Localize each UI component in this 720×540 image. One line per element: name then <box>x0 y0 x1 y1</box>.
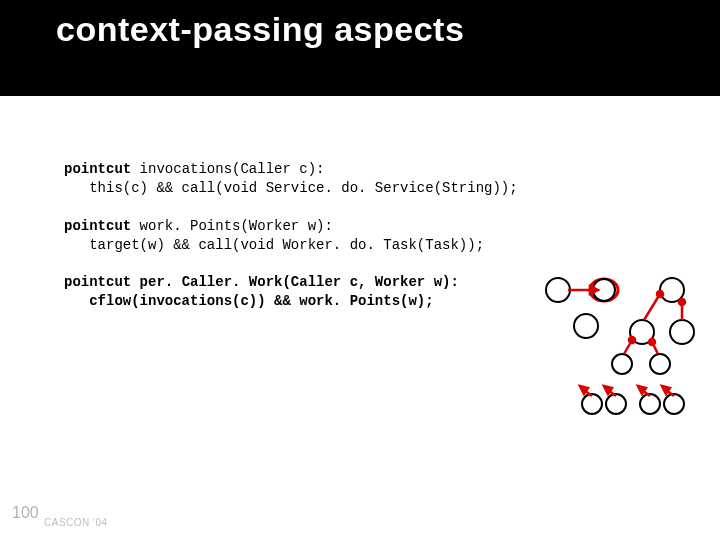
slide-title: context-passing aspects <box>56 10 464 49</box>
code-line: cflow(invocations(c)) && work. Points(w)… <box>64 293 434 309</box>
svg-point-6 <box>670 320 694 344</box>
code-line: target(w) && call(void Worker. do. Task(… <box>64 237 484 253</box>
code-line: this(c) && call(void Service. do. Servic… <box>64 180 518 196</box>
svg-point-12 <box>664 394 684 414</box>
keyword-pointcut: pointcut <box>64 218 131 234</box>
slide: context-passing aspects pointcut invocat… <box>0 0 720 540</box>
code-line: per. Caller. Work(Caller c, Worker w): <box>131 274 459 290</box>
title-bar: context-passing aspects <box>0 0 720 96</box>
callgraph-diagram-icon <box>532 272 702 432</box>
svg-point-7 <box>612 354 632 374</box>
keyword-pointcut: pointcut <box>64 161 131 177</box>
svg-line-15 <box>644 294 660 320</box>
code-line: work. Points(Worker w): <box>131 218 333 234</box>
keyword-pointcut: pointcut <box>64 274 131 290</box>
page-number: 100 <box>12 504 39 522</box>
svg-point-20 <box>629 337 635 343</box>
svg-point-10 <box>606 394 626 414</box>
svg-point-0 <box>546 278 570 302</box>
svg-point-11 <box>640 394 660 414</box>
svg-point-22 <box>649 339 655 345</box>
svg-point-16 <box>657 291 663 297</box>
svg-point-4 <box>574 314 598 338</box>
svg-point-9 <box>582 394 602 414</box>
code-line: invocations(Caller c): <box>131 161 324 177</box>
svg-point-18 <box>679 299 685 305</box>
footer-text: CASCON '04 <box>44 517 108 528</box>
svg-point-8 <box>650 354 670 374</box>
